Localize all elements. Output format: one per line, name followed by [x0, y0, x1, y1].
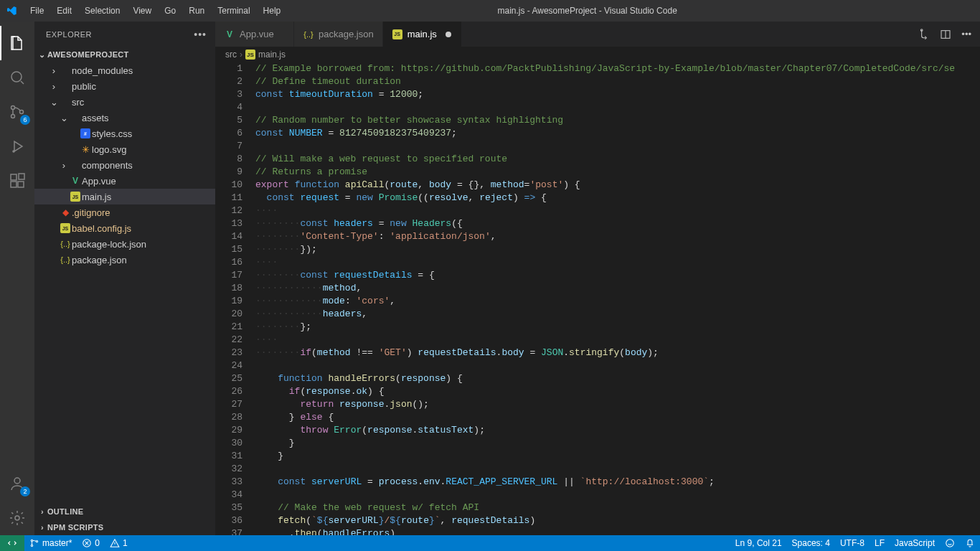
compare-changes-icon[interactable]	[918, 29, 930, 40]
sidebar: EXPLORER ••• ⌄AWESOMEPROJECT ›node_modul…	[34, 22, 215, 535]
activity-debug-icon[interactable]	[0, 129, 34, 164]
remote-indicator-icon[interactable]	[0, 535, 24, 551]
accounts-badge: 2	[20, 486, 30, 496]
status-language[interactable]: JavaScript	[890, 535, 940, 551]
menu-terminal[interactable]: Terminal	[212, 3, 255, 19]
activity-search-icon[interactable]	[0, 60, 34, 95]
code-editor[interactable]: 1234567891011121314151617181920212223242…	[215, 62, 980, 535]
menu-help[interactable]: Help	[258, 3, 287, 19]
activity-bar: 6 2	[0, 22, 34, 535]
svg-rect-7	[18, 182, 24, 187]
menu-edit[interactable]: Edit	[51, 3, 77, 19]
svg-point-4	[13, 151, 14, 152]
tree-item-components[interactable]: ›components	[34, 157, 215, 173]
tree-item-package-lock-json[interactable]: {..}package-lock.json	[34, 236, 215, 252]
tree-item-package-json[interactable]: {..}package.json	[34, 252, 215, 268]
tab-App-vue[interactable]: VApp.vue	[215, 22, 294, 47]
status-eol[interactable]: LF	[870, 535, 890, 551]
svg-point-10	[15, 516, 19, 520]
tree-item-main-js[interactable]: JSmain.js	[34, 189, 215, 204]
status-errors[interactable]: 0	[77, 535, 105, 551]
tree-item-babel-config-js[interactable]: JSbabel.config.js	[34, 220, 215, 236]
svg-point-14	[31, 545, 32, 546]
tab-main-js[interactable]: JSmain.js	[383, 22, 462, 47]
tab-package-json[interactable]: {..}package.json	[294, 22, 383, 47]
window-title: main.js - AwesomeProject - Visual Studio…	[286, 6, 888, 16]
project-section-header[interactable]: ⌄AWESOMEPROJECT	[34, 47, 215, 62]
tree-item-src[interactable]: ⌄src	[34, 94, 215, 110]
breadcrumb-file[interactable]: main.js	[258, 50, 286, 60]
activity-extensions-icon[interactable]	[0, 164, 34, 198]
activity-scm-icon[interactable]: 6	[0, 95, 34, 129]
dirty-indicator-icon	[446, 32, 451, 37]
tree-item-App-vue[interactable]: VApp.vue	[34, 173, 215, 189]
explorer-header: EXPLORER •••	[34, 22, 215, 47]
breadcrumb[interactable]: src › JS main.js	[215, 47, 980, 62]
activity-settings-icon[interactable]	[0, 501, 34, 535]
tree-item-public[interactable]: ›public	[34, 78, 215, 94]
tabs-bar: VApp.vue{..}package.jsonJSmain.js •••	[215, 22, 980, 47]
status-encoding[interactable]: UTF-8	[835, 535, 870, 551]
status-branch[interactable]: master*	[24, 535, 77, 551]
tree-item-logo-svg[interactable]: ✳logo.svg	[34, 141, 215, 157]
more-actions-icon[interactable]: •••	[961, 29, 971, 39]
menu-selection[interactable]: Selection	[79, 3, 126, 19]
breadcrumb-folder[interactable]: src	[225, 50, 237, 60]
svg-point-17	[946, 540, 954, 547]
svg-point-13	[31, 540, 32, 541]
editor-zone: VApp.vue{..}package.jsonJSmain.js ••• sr…	[215, 22, 980, 535]
menu-view[interactable]: View	[127, 3, 157, 19]
js-file-icon: JS	[245, 50, 255, 60]
svg-point-1	[11, 106, 15, 110]
status-feedback-icon[interactable]	[940, 535, 960, 551]
activity-explorer-icon[interactable]	[0, 26, 34, 60]
tree-item-styles-css[interactable]: #styles.css	[34, 126, 215, 141]
svg-rect-6	[11, 182, 17, 187]
status-bell-icon[interactable]	[960, 535, 980, 551]
tree-item--gitignore[interactable]: ◆.gitignore	[34, 204, 215, 220]
outline-section-header[interactable]: ›OUTLINE	[34, 504, 215, 519]
menu-run[interactable]: Run	[183, 3, 210, 19]
menu-file[interactable]: File	[24, 3, 50, 19]
scm-badge: 6	[20, 115, 30, 125]
svg-rect-5	[11, 174, 17, 180]
status-warnings[interactable]: 1	[105, 535, 133, 551]
status-bar: master* 0 1 Ln 9, Col 21 Spaces: 4 UTF-8…	[0, 535, 980, 551]
npm-section-header[interactable]: ›NPM SCRIPTS	[34, 519, 215, 535]
file-tree: ›node_modules›public⌄src⌄assets#styles.c…	[34, 62, 215, 504]
svg-point-3	[20, 110, 24, 114]
explorer-more-icon[interactable]: •••	[194, 29, 207, 40]
status-spaces[interactable]: Spaces: 4	[787, 535, 835, 551]
split-editor-icon[interactable]	[940, 29, 951, 40]
svg-point-9	[14, 478, 20, 484]
svg-rect-8	[19, 174, 24, 179]
status-cursor[interactable]: Ln 9, Col 21	[730, 535, 787, 551]
vscode-logo-icon	[6, 5, 17, 17]
title-bar: File Edit Selection View Go Run Terminal…	[0, 0, 980, 22]
menu-bar: File Edit Selection View Go Run Terminal…	[24, 3, 286, 19]
menu-go[interactable]: Go	[159, 3, 182, 19]
svg-point-2	[11, 115, 15, 118]
svg-point-0	[11, 72, 22, 82]
activity-accounts-icon[interactable]: 2	[0, 466, 34, 501]
tree-item-node_modules[interactable]: ›node_modules	[34, 62, 215, 78]
tree-item-assets[interactable]: ⌄assets	[34, 110, 215, 126]
